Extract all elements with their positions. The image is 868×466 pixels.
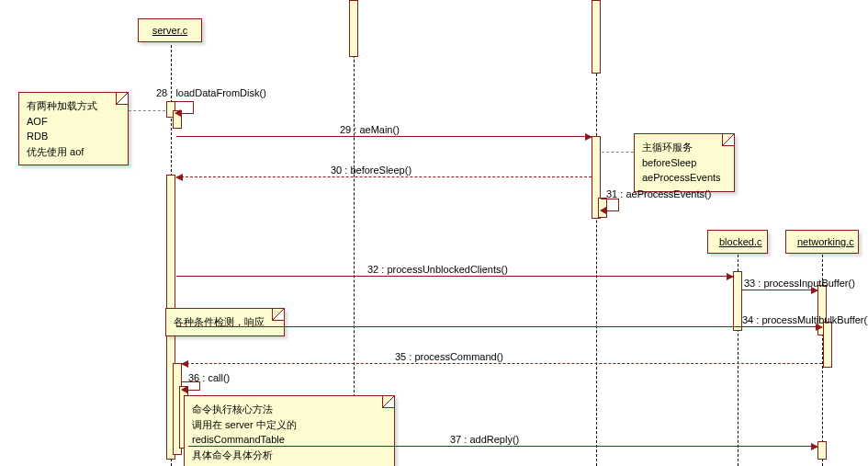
msg-37-label: 37 : addReply() — [450, 434, 519, 445]
msg-28-arrow — [175, 101, 194, 114]
msg-29-label: 29 : aeMain() — [340, 124, 400, 135]
activation-networking-reply — [817, 441, 827, 460]
msg-35-arrow — [182, 363, 822, 364]
note-line: beforeSleep — [642, 155, 727, 171]
lifeline-label: blocked.c — [719, 236, 761, 247]
activation-anon2 — [592, 0, 601, 74]
lifeline-head-blocked: blocked.c — [707, 230, 768, 254]
note-line: 调用在 server 中定义的 redisCommandTable — [192, 417, 387, 448]
activation-anon1 — [349, 0, 358, 57]
note-call-core: 命令执行核心方法 调用在 server 中定义的 redisCommandTab… — [184, 395, 395, 466]
msg-36-arrow — [182, 381, 200, 391]
note-line: 具体命令具体分析 — [192, 448, 387, 463]
msg-30-label: 30 : beforeSleep() — [331, 165, 411, 176]
activation-blocked — [733, 271, 742, 331]
activation-networking2 — [823, 322, 832, 368]
note-line: 优先使用 aof — [27, 144, 120, 160]
note-line: AOF — [27, 114, 120, 130]
note-main-loop: 主循环服务 beforeSleep aeProcessEvents — [634, 133, 735, 192]
msg-28-label: 28 : loadDataFromDisk() — [156, 87, 266, 98]
lifeline-head-server: server.c — [138, 18, 202, 42]
note-load-modes: 有两种加载方式 AOF RDB 优先使用 aof — [18, 92, 129, 165]
lifeline-label: server.c — [152, 25, 188, 36]
note-line: 有两种加载方式 — [27, 98, 120, 114]
msg-30-arrow — [176, 176, 592, 177]
msg-33-arrow — [742, 290, 817, 290]
note-line: 命令执行核心方法 — [192, 402, 387, 417]
note-anchor — [602, 152, 634, 153]
msg-32-label: 32 : processUnblockedClients() — [367, 264, 508, 275]
msg-37-arrow — [188, 446, 817, 447]
msg-34-label: 34 : processMultibulkBuffer() — [742, 314, 868, 325]
msg-31-label: 31 : aeProcessEvents() — [606, 188, 711, 199]
msg-35-label: 35 : processCommand() — [395, 351, 503, 362]
note-line: aeProcessEvents — [642, 170, 727, 186]
lifeline-label: networking.c — [797, 236, 854, 247]
msg-29-arrow — [176, 136, 592, 137]
note-line: RDB — [27, 129, 120, 144]
msg-33-label: 33 : processInputBuffer() — [744, 278, 855, 289]
note-conditions: 各种条件检测，响应 — [165, 308, 285, 336]
note-anchor — [129, 110, 165, 111]
msg-31-arrow — [601, 199, 619, 211]
msg-34-arrow — [176, 326, 822, 327]
msg-32-arrow — [176, 276, 733, 277]
note-line: 主循环服务 — [642, 140, 727, 155]
lifeline-head-networking: networking.c — [785, 230, 859, 254]
